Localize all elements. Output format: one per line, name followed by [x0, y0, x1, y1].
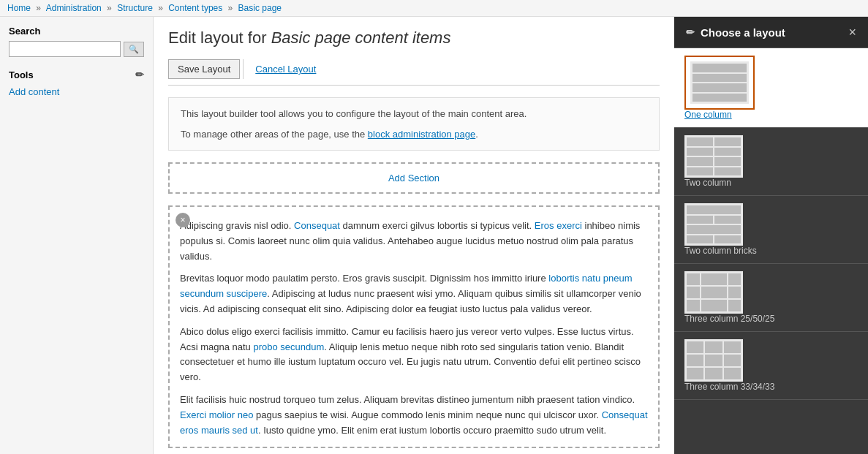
one-column-preview: [690, 61, 749, 104]
search-label: Search: [9, 26, 144, 37]
one-column-label: One column: [684, 110, 858, 120]
body-text: Adipiscing gravis nisl odio. Consequat d…: [180, 219, 648, 438]
search-icon: 🔍: [129, 45, 139, 54]
layout-option-one-column[interactable]: One column: [674, 48, 868, 128]
three-column-25-50-25-label: Three column 25/50/25: [684, 314, 858, 324]
sidebar: Search 🔍 Tools ✏ Add content: [0, 17, 154, 454]
layout-option-two-column-bricks[interactable]: Two column bricks: [674, 196, 868, 264]
body-paragraph-2: Brevitas loquor modo paulatim persto. Er…: [180, 271, 648, 317]
two-column-bricks-preview: [684, 203, 743, 246]
pencil-icon: ✏: [686, 26, 695, 38]
breadcrumb: Home » Administration » Structure » Cont…: [0, 0, 868, 17]
action-bar: Save Layout Cancel Layout: [168, 59, 660, 86]
page-title: Edit layout for Basic page content items: [168, 29, 660, 48]
info-text-1: This layout builder tool allows you to c…: [181, 107, 647, 121]
panel-close-button[interactable]: ×: [848, 26, 856, 39]
search-button[interactable]: 🔍: [124, 42, 144, 57]
layout-option-three-column-25-50-25[interactable]: Three column 25/50/25: [674, 264, 868, 332]
info-text-2: To manage other areas of the page, use t…: [181, 127, 647, 142]
three-column-25-50-25-preview: [684, 271, 743, 314]
layout-option-three-column-33-34-33[interactable]: Three column 33/34/33: [674, 332, 868, 400]
breadcrumb-structure[interactable]: Structure: [117, 3, 153, 13]
tools-label: Tools: [9, 69, 34, 80]
edit-icon[interactable]: ✏: [135, 69, 144, 80]
layout-option-two-column[interactable]: Two column: [674, 128, 868, 196]
two-column-preview: [684, 135, 743, 178]
body-paragraph-3: Abico dolus eligo exerci facilisis immit…: [180, 325, 648, 385]
panel-title: ✏ Choose a layout: [686, 26, 785, 39]
breadcrumb-administration[interactable]: Administration: [46, 3, 102, 13]
three-column-33-34-33-label: Three column 33/34/33: [684, 382, 858, 392]
add-section-area: Add Section: [168, 162, 660, 194]
panel-header: ✏ Choose a layout ×: [674, 17, 868, 48]
three-column-33-34-33-preview: [684, 339, 743, 382]
content-area: Edit layout for Basic page content items…: [154, 17, 674, 454]
body-paragraph-1: Adipiscing gravis nisl odio. Consequat d…: [180, 219, 648, 264]
body-paragraph-4: Elit facilisis huic nostrud torqueo tum …: [180, 393, 648, 438]
two-column-label: Two column: [684, 178, 858, 188]
block-admin-link[interactable]: block administration page: [368, 129, 475, 140]
content-section: × Adipiscing gravis nisl odio. Consequat…: [168, 205, 660, 448]
breadcrumb-home[interactable]: Home: [7, 3, 31, 13]
two-column-bricks-label: Two column bricks: [684, 246, 858, 256]
add-section-link[interactable]: Add Section: [388, 173, 439, 184]
close-section-button[interactable]: ×: [176, 213, 190, 227]
search-input[interactable]: [9, 41, 121, 57]
breadcrumb-basic-page[interactable]: Basic page: [238, 3, 282, 13]
cancel-layout-button[interactable]: Cancel Layout: [246, 59, 325, 79]
save-layout-button[interactable]: Save Layout: [168, 59, 240, 79]
info-box: This layout builder tool allows you to c…: [168, 97, 660, 151]
breadcrumb-content-types[interactable]: Content types: [168, 3, 222, 13]
right-panel: ✏ Choose a layout × One column: [674, 17, 868, 454]
add-content-link[interactable]: Add content: [9, 86, 59, 97]
